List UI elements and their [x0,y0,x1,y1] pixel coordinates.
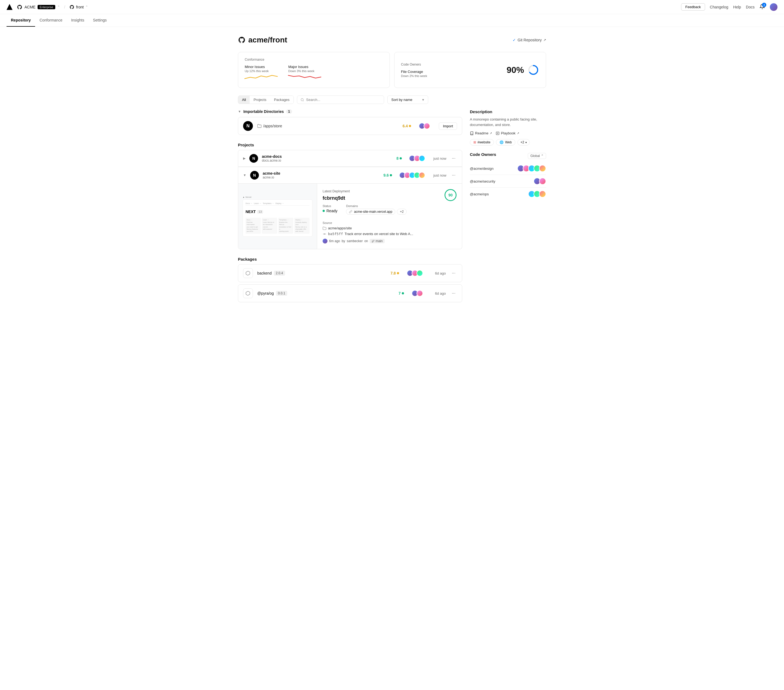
dir-avatars [419,123,430,129]
package-avatars [407,270,423,276]
repo-selector[interactable]: front ⌃ [69,5,88,10]
domains-row: acme-site-main.vercel.app +2 [346,209,407,215]
file-coverage-item: File Coverage Down 2% this week [401,70,427,77]
package-icon [243,268,253,278]
importable-chevron-icon: ▼ [238,110,241,113]
feedback-button[interactable]: Feedback [681,3,705,11]
tab-repository[interactable]: Repository [7,14,35,27]
plus-domains-button[interactable]: +2 [397,209,407,215]
avatar [423,123,430,129]
code-owners-sidebar: Code Owners Global ⌃ @acme/design [470,152,546,200]
avatar [539,177,546,185]
project-row-acme-docs[interactable]: ▶ N acme-docs docs.acme.io 8 [238,150,462,167]
notifications-button[interactable]: 4 [759,4,765,10]
avatar [539,165,546,172]
nextjs-icon: N [243,121,253,131]
package-row-pyra: @pyra/og 0.0.1 7 6d ago ··· [238,284,462,302]
sort-dropdown[interactable]: Sort by name ▾ [387,95,428,104]
filter-tab-projects[interactable]: Projects [250,96,270,104]
description-text: A monorepo containing a public facing si… [470,117,546,127]
commit-hash: ba5f5ff [328,232,343,236]
code-owners-card-title: Code Owners [401,62,427,66]
sort-label: Sort by name [392,98,412,102]
git-repo-link[interactable]: ✓ Git Repository ↗ [512,38,546,42]
status-dot [323,210,325,212]
package-time: 6d ago [435,271,446,275]
preview-logo: NEXT [245,210,255,214]
importable-header[interactable]: ▼ Importable Directories 1 [238,109,462,114]
left-col: ▼ Importable Directories 1 N /apps/store… [238,109,462,304]
global-button[interactable]: Global ⌃ [528,153,546,159]
deployment-hash: fcbrnq9dt [323,196,350,201]
search-input[interactable] [306,98,380,102]
user-avatar[interactable] [770,3,777,11]
importable-title: Importable Directories [243,109,284,114]
deploy-label-group: Latest Deployment fcbrnq9dt [323,189,350,201]
more-options-button[interactable]: ··· [450,270,457,276]
sort-chevron-icon: ▾ [422,98,424,102]
playbook-link[interactable]: Playbook ↗ [496,131,519,135]
code-owners-sidebar-title: Code Owners [470,152,496,157]
status-ready: Ready [323,209,337,213]
main-content: acme/front ✓ Git Repository ↗ Conformanc… [231,27,553,313]
search-box[interactable] [297,95,384,104]
preview-col-1: Docs →Find the informationyou need to ge… [245,218,261,233]
source-label: Source [323,221,456,225]
by-user-row: 6m ago by sambecker on main [323,238,456,243]
org-chevron-icon: ⌃ [58,5,60,9]
tab-settings[interactable]: Settings [89,14,111,27]
readme-link[interactable]: Readme ↗ [470,131,492,135]
globe-icon: 🌐 [499,140,504,144]
projects-section: Projects ▶ N acme-docs docs.acme.io 8 [238,137,462,251]
logo-icon[interactable] [7,4,13,10]
external-link-icon: ↗ [517,132,519,135]
owner-avatars [517,165,546,172]
changelog-link[interactable]: Changelog [710,5,728,9]
import-button[interactable]: Import [439,122,457,130]
description-title: Description [470,109,546,114]
github-icon [17,4,22,10]
major-issues-chart [288,73,321,82]
score-yellow-dot [397,272,399,274]
more-options-button[interactable]: ··· [450,155,457,161]
tab-conformance[interactable]: Conformance [35,14,67,27]
tag-website[interactable]: ⊞ #website [470,139,494,146]
dir-path: /apps/store [257,124,398,128]
tag-web[interactable]: 🌐 Web [496,139,515,146]
project-avatars [409,155,425,162]
tab-insights[interactable]: Insights [67,14,89,27]
project-row-acme-site[interactable]: ▼ N acme-site acme.io 9.6 [238,167,462,184]
commit-user: sambecker [347,239,363,243]
domain-pill[interactable]: acme-site-main.vercel.app [346,209,395,215]
search-icon [301,98,304,102]
status-label: Status [323,204,337,208]
more-options-button[interactable]: ··· [450,290,457,296]
preview-mockup: Docs → Learn → Templates → Deploy → NEXT… [242,199,313,237]
notif-count: 4 [762,3,766,7]
commit-msg: Track error events on vercel site to Web… [345,232,413,236]
project-score: 9.6 [383,173,392,177]
book-icon [470,131,474,135]
nextjs-icon: N [249,154,258,163]
package-avatars [412,290,423,297]
filter-tab-packages[interactable]: Packages [270,96,293,104]
filter-tab-all[interactable]: All [238,96,250,104]
chevron-down-icon: ▾ [525,141,527,144]
preview-wrap: ▲ Vercel Docs → Learn → Templates → Depl… [242,196,313,237]
docs-link[interactable]: Docs [746,5,754,9]
chevron-up-icon: ⌃ [541,154,544,158]
svg-point-7 [374,240,374,241]
deployment-label: Latest Deployment [323,189,350,193]
project-avatars [399,172,425,179]
domains-label: Domains [346,204,407,208]
help-link[interactable]: Help [733,5,741,9]
metrics-row: Conformance Minor Issues Up 12% this wee… [238,52,546,88]
package-version: 2.0.4 [274,271,285,276]
org-selector[interactable]: ACME Enterprise ⌃ [17,4,60,10]
projects-title: Projects [238,143,462,147]
code-owners-header: Code Owners Global ⌃ [470,152,546,159]
more-options-button[interactable]: ··· [450,172,457,178]
more-tags-button[interactable]: +2 ▾ [517,139,530,146]
conformance-metrics: Minor Issues Up 12% this week Major Issu… [245,65,383,82]
code-owners-metric-card: Code Owners File Coverage Down 2% this w… [394,52,546,88]
